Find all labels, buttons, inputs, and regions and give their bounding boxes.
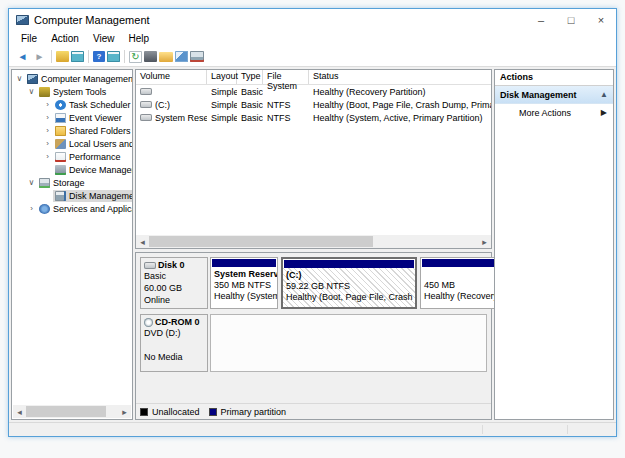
- scroll-right-icon[interactable]: ▸: [118, 405, 131, 418]
- expander-icon[interactable]: ›: [26, 204, 37, 213]
- status-bar: [9, 422, 616, 436]
- expander-icon[interactable]: ∨: [26, 178, 37, 187]
- legend-label-unallocated: Unallocated: [152, 407, 200, 417]
- column-volume[interactable]: Volume: [136, 70, 207, 84]
- tree-horizontal-scrollbar[interactable]: ◂ ▸: [13, 405, 131, 418]
- graphical-view: Disk 0 Basic 60.00 GB Online System Rese…: [135, 252, 492, 420]
- more-actions-label: More Actions: [519, 108, 571, 118]
- scrollbar-thumb[interactable]: [26, 406, 106, 417]
- volume-fs: NTFS: [263, 100, 309, 110]
- volume-type: Basic: [237, 87, 263, 97]
- scrollbar-thumb[interactable]: [149, 236, 373, 247]
- volume-status: Healthy (Boot, Page File, Crash Dump, Pr…: [309, 100, 492, 110]
- tree-item-local-users-groups[interactable]: › Local Users and Groups: [12, 137, 132, 150]
- menu-file[interactable]: File: [14, 31, 44, 46]
- maximize-button[interactable]: □: [556, 9, 586, 30]
- window-icon[interactable]: [107, 51, 120, 62]
- volume-status: Healthy (System, Active, Primary Partiti…: [309, 113, 487, 123]
- forward-icon[interactable]: ►: [32, 50, 47, 63]
- tree-item-event-viewer[interactable]: › Event Viewer: [12, 111, 132, 124]
- column-type[interactable]: Type: [237, 70, 263, 84]
- disk-status: Online: [144, 294, 204, 306]
- scroll-right-icon[interactable]: ▸: [478, 235, 491, 248]
- disk-title: Disk 0: [158, 260, 185, 270]
- show-console-tree-icon[interactable]: [56, 51, 69, 62]
- users-icon: [55, 139, 66, 149]
- cdrom-status: No Media: [144, 351, 204, 363]
- partition-c[interactable]: (C:) 59.22 GB NTFS Healthy (Boot, Page F…: [281, 257, 417, 309]
- performance-icon: [55, 152, 66, 162]
- tree-item-label: Services and Applications: [53, 204, 133, 214]
- collapse-icon[interactable]: ▲: [600, 90, 608, 99]
- expander-icon[interactable]: ›: [42, 152, 53, 161]
- menu-bar: File Action View Help: [9, 30, 616, 47]
- partition-status: Healthy (System, Ac: [214, 291, 274, 302]
- cdrom-empty-region[interactable]: [210, 314, 487, 372]
- tree-item-label: Event Viewer: [69, 113, 122, 123]
- storage-icon: [39, 178, 50, 188]
- column-status[interactable]: Status: [309, 70, 491, 84]
- tree-item-services-applications[interactable]: › Services and Applications: [12, 202, 132, 215]
- menu-action[interactable]: Action: [44, 31, 86, 46]
- partition-system-reserved[interactable]: System Reserved 350 MB NTFS Healthy (Sys…: [210, 257, 278, 309]
- column-file-system[interactable]: File System: [263, 70, 309, 84]
- volume-fs: NTFS: [263, 113, 309, 123]
- refresh-icon[interactable]: ↻: [129, 51, 142, 63]
- close-button[interactable]: ×: [586, 9, 616, 30]
- volume-row[interactable]: Simple Basic Healthy (Recovery Partition…: [136, 85, 491, 98]
- tree-item-task-scheduler[interactable]: › Task Scheduler: [12, 98, 132, 111]
- expander-icon[interactable]: ›: [42, 126, 53, 135]
- expander-icon[interactable]: ∨: [14, 74, 25, 83]
- disk-management-icon: [55, 191, 66, 201]
- actions-group-label: Disk Management: [500, 90, 577, 100]
- minimize-button[interactable]: –: [526, 9, 556, 30]
- find-icon[interactable]: [175, 51, 188, 62]
- open-folder-icon[interactable]: [159, 52, 173, 62]
- tree-item-storage[interactable]: ∨ Storage: [12, 176, 132, 189]
- submenu-arrow-icon: ▶: [601, 108, 607, 117]
- menu-help[interactable]: Help: [121, 31, 156, 46]
- disk-management-view: Volume Layout Type File System Status Si…: [135, 69, 492, 420]
- expander-icon[interactable]: ›: [42, 113, 53, 122]
- disk-0-label[interactable]: Disk 0 Basic 60.00 GB Online: [140, 257, 208, 309]
- disk-size: 60.00 GB: [144, 282, 204, 294]
- cdrom-0-label[interactable]: CD-ROM 0 DVD (D:) No Media: [140, 314, 208, 372]
- disk-tool-icon[interactable]: [190, 51, 204, 62]
- scroll-left-icon[interactable]: ◂: [136, 235, 149, 248]
- primary-partition-bar: [284, 260, 414, 268]
- computer-management-window: Computer Management – □ × File Action Vi…: [8, 8, 617, 437]
- expander-icon[interactable]: ›: [42, 100, 53, 109]
- tree-item-label: System Tools: [53, 87, 106, 97]
- tree-item-performance[interactable]: › Performance: [12, 150, 132, 163]
- partition-name: System Reserved: [214, 269, 274, 280]
- expander-icon[interactable]: ›: [42, 139, 53, 148]
- tree-item-shared-folders[interactable]: › Shared Folders: [12, 124, 132, 137]
- tools-icon: [39, 87, 50, 97]
- tree-item-disk-management[interactable]: Disk Management: [12, 189, 132, 202]
- tree-item-device-manager[interactable]: Device Manager: [12, 163, 132, 176]
- volume-horizontal-scrollbar[interactable]: ◂ ▸: [136, 235, 491, 248]
- tree-item-system-tools[interactable]: ∨ System Tools: [12, 85, 132, 98]
- volume-row[interactable]: (C:) Simple Basic NTFS Healthy (Boot, Pa…: [136, 98, 491, 111]
- volume-row[interactable]: System Reserved Simple Basic NTFS Health…: [136, 111, 491, 124]
- unallocated-swatch: [140, 408, 148, 416]
- help-icon[interactable]: ?: [93, 51, 105, 62]
- clock-icon: [55, 100, 66, 110]
- menu-view[interactable]: View: [86, 31, 122, 46]
- properties-icon[interactable]: [144, 51, 157, 62]
- toolbar-separator: [88, 50, 89, 63]
- tree-item-label: Computer Management (Local: [41, 74, 133, 84]
- shared-folder-icon: [55, 126, 66, 136]
- tree-item-computer-management[interactable]: ∨ Computer Management (Local: [12, 72, 132, 85]
- more-actions-item[interactable]: More Actions ▶: [495, 104, 613, 121]
- scroll-left-icon[interactable]: ◂: [13, 405, 26, 418]
- actions-group-disk-management[interactable]: Disk Management ▲: [495, 86, 613, 104]
- toolbar-separator: [124, 50, 125, 63]
- expander-icon[interactable]: ∨: [26, 87, 37, 96]
- volume-list: Volume Layout Type File System Status Si…: [135, 69, 492, 249]
- column-layout[interactable]: Layout: [207, 70, 237, 84]
- computer-icon: [27, 74, 38, 84]
- volume-layout: Simple: [207, 100, 237, 110]
- show-action-pane-icon[interactable]: [71, 51, 84, 62]
- back-icon[interactable]: ◄: [15, 50, 30, 63]
